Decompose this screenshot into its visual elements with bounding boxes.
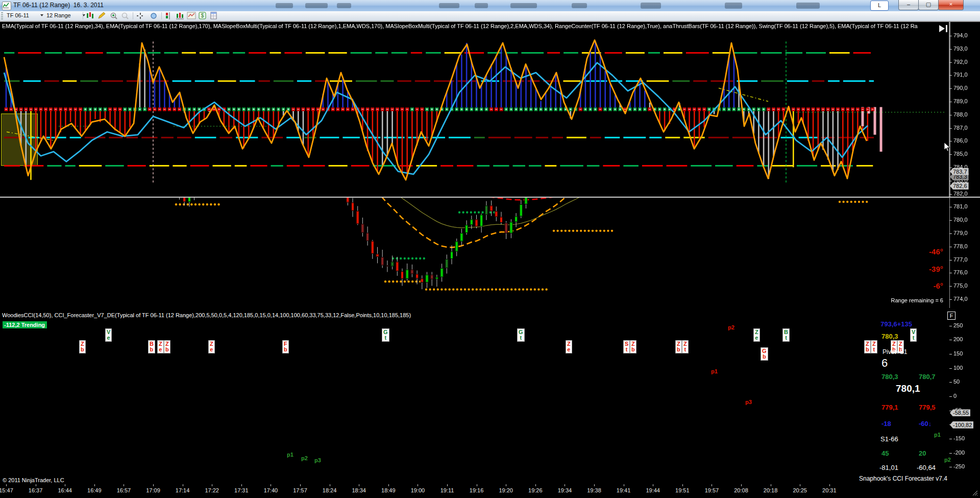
cci-axis-label: 0 [953, 393, 957, 399]
dom-icon[interactable] [209, 12, 218, 20]
ninjatrader-copyright: © 2011 NinjaTrader, LLC [3, 477, 64, 483]
close-button[interactable]: × [938, 0, 964, 10]
cci-axis-tick [949, 411, 952, 411]
price-axis-label: 790,0 [953, 85, 968, 91]
cci-pivot-label: p3 [745, 399, 752, 405]
cci-indicator-label: WoodiesCCI(14,50), CCI_Forecaster_V7_DE(… [2, 312, 934, 318]
cci-panel-canvas[interactable] [0, 21, 980, 198]
price-axis-tick [949, 220, 952, 221]
chevron-down-icon [40, 14, 43, 16]
cci-pivot-label: p2 [944, 457, 951, 463]
background-menu-ghost [641, 3, 661, 9]
time-axis-label: 16:37 [28, 487, 44, 493]
price-axis-label: 782,0 [953, 191, 968, 197]
cci-signal-label: B t [782, 328, 790, 342]
price-axis-tick [949, 128, 952, 129]
price-axis-tick [949, 181, 952, 181]
price-axis-label: 774,0 [953, 296, 968, 302]
price-axis-tick [949, 115, 952, 115]
forecaster-value: 780,3 [881, 333, 898, 340]
time-axis-tick [741, 484, 742, 486]
price-axis-label: 779,0 [953, 230, 968, 236]
time-axis-label: 17:09 [145, 487, 161, 493]
time-axis-label: 20:08 [733, 487, 749, 493]
titlebar[interactable]: TF 06-11 (12 Range) 16. 3. 2011 L – ▢ × [0, 0, 980, 12]
cci-signal-label: Z b [164, 340, 170, 353]
time-axis-tick [447, 484, 448, 486]
forecaster-value: 45 [881, 449, 889, 457]
price-axis-label: 791,0 [953, 72, 968, 78]
toolbar-separator [83, 12, 83, 19]
time-axis-tick [388, 484, 389, 486]
interval-selector[interactable]: 12 Range [44, 12, 86, 20]
cci-axis-label: 150 [953, 350, 963, 357]
cci-pivot-label: p1 [934, 432, 941, 438]
price-axis-tick [949, 260, 952, 260]
price-axis-tick [949, 102, 952, 102]
price-axis-tick [949, 273, 952, 273]
price-axis-tick [949, 299, 952, 300]
instrument-selector[interactable]: TF 06-11 [4, 12, 44, 20]
zoom-out-icon[interactable] [120, 12, 130, 20]
price-axis-label: 775,0 [953, 282, 968, 289]
window-resize-grip[interactable] [972, 490, 978, 496]
time-axis-label: 18:34 [351, 487, 367, 493]
cci-pivot-label: p3 [314, 457, 321, 463]
pencil-icon[interactable] [97, 12, 106, 20]
background-menu-ghost [572, 3, 587, 8]
time-axis-label: 19:11 [439, 487, 455, 493]
zoom-in-icon[interactable] [109, 12, 118, 20]
time-axis-tick [712, 484, 712, 486]
cci-axis-label: -150 [953, 435, 965, 441]
time-axis-tick [506, 484, 506, 486]
price-axis-label: 785,0 [953, 151, 968, 157]
cci-axis-label: -250 [953, 463, 965, 469]
time-axis-tick [594, 484, 595, 486]
cci-axis-label: 200 [953, 336, 963, 342]
price-axis-tick [949, 247, 952, 247]
cci-signal-label: B b [148, 340, 155, 353]
time-axis-label: 19:57 [703, 487, 720, 493]
chart-area[interactable]: EMA(Typical of TF 06-11 (12 Range),34), … [0, 21, 980, 498]
time-axis-label: 17:57 [292, 487, 308, 493]
forecaster-value: Pivot+S1 [883, 348, 907, 355]
time-axis-tick [36, 484, 36, 486]
dollar-icon[interactable]: $ [198, 12, 207, 20]
price-axis-tick [949, 233, 952, 234]
forecaster-value: 779,1 [881, 404, 898, 411]
price-axis-label: 776,0 [953, 269, 968, 275]
forecaster-f-badge[interactable]: F [947, 312, 955, 320]
forecaster-value: 780,1 [896, 383, 920, 394]
time-axis-label: 18:49 [380, 487, 397, 493]
price-axis-label: 794,0 [953, 32, 968, 38]
cci-axis-tick [949, 396, 952, 397]
bars-compare-icon[interactable] [164, 12, 174, 20]
cci-axis-tick [949, 340, 952, 340]
background-menu-ghost [305, 3, 328, 8]
time-axis-tick [418, 484, 418, 486]
restore-button[interactable]: ▢ [918, 0, 939, 10]
cci-signal-label: Z t [682, 340, 689, 353]
link-button[interactable]: L [870, 1, 889, 11]
time-axis-label: 19:00 [409, 487, 426, 493]
time-axis-label: 19:38 [586, 487, 602, 493]
region-zoom-icon[interactable] [149, 12, 158, 20]
scroll-to-end-icon[interactable] [938, 25, 948, 34]
time-axis-tick [212, 484, 212, 486]
toolbar-grip[interactable] [1, 12, 3, 19]
line-chart-icon[interactable] [187, 12, 196, 20]
time-axis-tick [183, 484, 183, 486]
forecaster-value: 20 [919, 449, 926, 457]
mouse-cursor [944, 143, 951, 153]
crosshair-icon[interactable] [136, 12, 145, 20]
time-axis-label: 18:24 [322, 487, 338, 493]
price-axis-tick [949, 168, 952, 168]
time-axis-label: 17:40 [262, 487, 279, 493]
cci-axis-tick [949, 354, 952, 354]
chart-style-icon[interactable] [86, 12, 95, 20]
cci-pivot-label: p1 [711, 368, 718, 374]
minimize-button[interactable]: – [898, 0, 919, 10]
background-menu-ghost [796, 3, 820, 9]
cci-marker: -100,82 [950, 421, 973, 429]
indicator-icon[interactable] [176, 12, 185, 20]
